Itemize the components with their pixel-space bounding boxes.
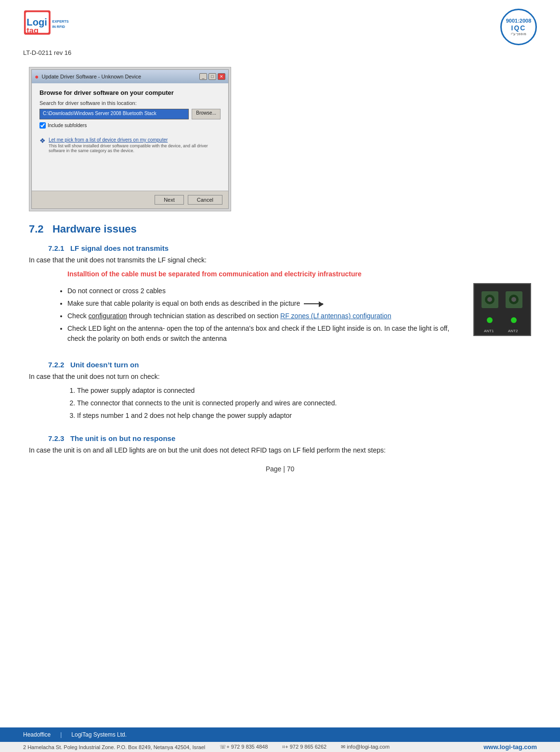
svg-point-12: [511, 297, 516, 302]
win-link-section: ❖ Let me pick from a list of device driv…: [39, 137, 221, 153]
antenna-svg: ANT1 ANT2: [474, 284, 531, 336]
bottom-bar: Headoffice | LogiTag Systems Ltd.: [0, 727, 560, 742]
warning-text: Installtion of the cable must be separat…: [67, 269, 493, 279]
antenna-image: ANT1 ANT2: [473, 283, 531, 336]
page-header: Logi tag EXPERTS IN RFID 9001:2008 IQC מ…: [0, 0, 560, 45]
bullet-item-1: Do not connect or cross 2 cables: [67, 286, 464, 296]
screenshot-container: ● Update Driver Software - Unknown Devic…: [29, 67, 231, 211]
win-controls[interactable]: _ □ ✕: [199, 73, 225, 80]
include-subfolders-checkbox[interactable]: Include subfolders: [39, 122, 221, 129]
win-search-label: Search for driver software in this locat…: [39, 100, 221, 106]
bullet-item-4: Check LED light on the antenna- open the…: [67, 324, 464, 344]
arrow-icon: [304, 303, 323, 304]
pick-driver-link[interactable]: Let me pick from a list of device driver…: [49, 137, 221, 143]
svg-point-14: [511, 317, 517, 323]
lf-signal-bullets: Do not connect or cross 2 cables Make su…: [67, 286, 464, 346]
win-footer: Next Cancel: [32, 191, 228, 208]
section-721-title: LF signal does not transmits: [70, 244, 169, 252]
bullet-item-3: Check configuration through technician s…: [67, 311, 464, 321]
iso-number: 9001:2008: [506, 18, 532, 24]
section-722-container: 7.2.2 Unit doesn’t turn on In case that …: [29, 361, 531, 421]
section-723-title: The unit is on but no response: [70, 434, 175, 442]
bullet-item-2: Make sure that cable polarity is equal o…: [67, 298, 464, 309]
website-text[interactable]: www.logi-tag.com: [483, 743, 537, 751]
section-723-number: 7.2.3: [48, 434, 64, 442]
footer-area: Headoffice | LogiTag Systems Ltd. 2 Hame…: [0, 727, 560, 752]
svg-point-9: [487, 297, 492, 302]
iso-badge: 9001:2008 IQC מוסמך ע"י: [500, 9, 537, 45]
win-title-text: ● Update Driver Software - Unknown Devic…: [35, 73, 141, 80]
unit-turn-on-steps: The power supply adaptor is connected Th…: [77, 386, 531, 421]
svg-text:ANT2: ANT2: [508, 329, 518, 333]
next-button[interactable]: Next: [155, 195, 184, 205]
page-number: Page | 70: [29, 465, 531, 473]
cancel-button[interactable]: Cancel: [188, 195, 222, 205]
step-3: If steps number 1 and 2 does not help ch…: [77, 411, 531, 421]
phone-text: ☏+ 972 9 835 4848: [220, 744, 268, 750]
section-721-heading: 7.2.1 LF signal does not transmits: [48, 244, 531, 252]
maximize-button[interactable]: □: [208, 73, 216, 80]
svg-text:tag: tag: [26, 26, 39, 35]
link-bullet-icon: ❖: [39, 137, 46, 144]
separator: |: [60, 731, 62, 738]
rf-zones-link[interactable]: RF zones (Lf antennas) configuration: [280, 312, 391, 320]
logo-area: Logi tag EXPERTS IN RFID: [23, 9, 76, 43]
address-text: 2 Hamelacha St. Poleg Industrial Zone. P…: [23, 744, 205, 750]
section-723-intro: In case the unit is on and all LED light…: [29, 445, 531, 455]
antenna-section: Do not connect or cross 2 cables Make su…: [29, 283, 531, 349]
step-2: The connector that connects to the unit …: [77, 398, 531, 408]
section-723-container: 7.2.3 The unit is on but no response In …: [29, 434, 531, 455]
section-722-heading: 7.2.2 Unit doesn’t turn on: [48, 361, 531, 369]
subfolders-check[interactable]: [39, 122, 46, 129]
svg-text:ANT1: ANT1: [484, 329, 494, 333]
main-content: ● Update Driver Software - Unknown Devic…: [0, 56, 560, 727]
minimize-button[interactable]: _: [199, 73, 207, 80]
email-text: ✉ info@logi-tag.com: [341, 744, 390, 750]
section-72-number: 7.2: [29, 223, 44, 235]
svg-point-13: [487, 317, 493, 323]
company-logo: Logi tag EXPERTS IN RFID: [23, 9, 76, 43]
section-723-heading: 7.2.3 The unit is on but no response: [48, 434, 531, 442]
win-titlebar: ● Update Driver Software - Unknown Devic…: [32, 70, 228, 83]
windows-dialog: ● Update Driver Software - Unknown Devic…: [31, 69, 229, 209]
company-name: LogiTag Systems Ltd.: [71, 731, 127, 738]
win-input-row: C:\Downloads\Windows Server 2008 Bluetoo…: [39, 109, 221, 119]
close-button[interactable]: ✕: [218, 73, 225, 80]
section-72-title: Hardware issues: [52, 223, 137, 235]
section-722-number: 7.2.2: [48, 361, 64, 369]
win-title-label: Update Driver Software - Unknown Device: [41, 74, 141, 79]
win-link-content: Let me pick from a list of device driver…: [49, 137, 221, 153]
win-heading: Browse for driver software on your compu…: [39, 89, 221, 96]
iso-iqc: IQC: [511, 24, 526, 32]
link-description: This list will show installed driver sof…: [49, 143, 221, 153]
svg-text:IN RFID: IN RFID: [52, 25, 65, 29]
step-1: The power supply adaptor is connected: [77, 386, 531, 396]
headoffice-label: Headoffice: [23, 731, 51, 738]
browse-button[interactable]: Browse...: [192, 109, 221, 119]
section-72-heading: 7.2 Hardware issues: [29, 223, 531, 235]
doc-reference: LT-D-0211 rev 16: [0, 45, 560, 56]
svg-text:EXPERTS: EXPERTS: [52, 19, 69, 24]
section-722-intro: In case that the unit does not turn on c…: [29, 372, 531, 382]
section-721-number: 7.2.1: [48, 244, 64, 252]
bottom-address-bar: 2 Hamelacha St. Poleg Industrial Zone. P…: [0, 742, 560, 752]
subfolders-label: Include subfolders: [48, 123, 87, 128]
path-input[interactable]: C:\Downloads\Windows Server 2008 Bluetoo…: [39, 109, 189, 119]
fax-text: ⌗+ 972 9 865 6262: [282, 744, 326, 750]
section-721-intro: In case that the unit does not transmits…: [29, 255, 531, 265]
section-722-title: Unit doesn’t turn on: [70, 361, 139, 369]
win-body: Browse for driver software on your compu…: [32, 83, 228, 191]
